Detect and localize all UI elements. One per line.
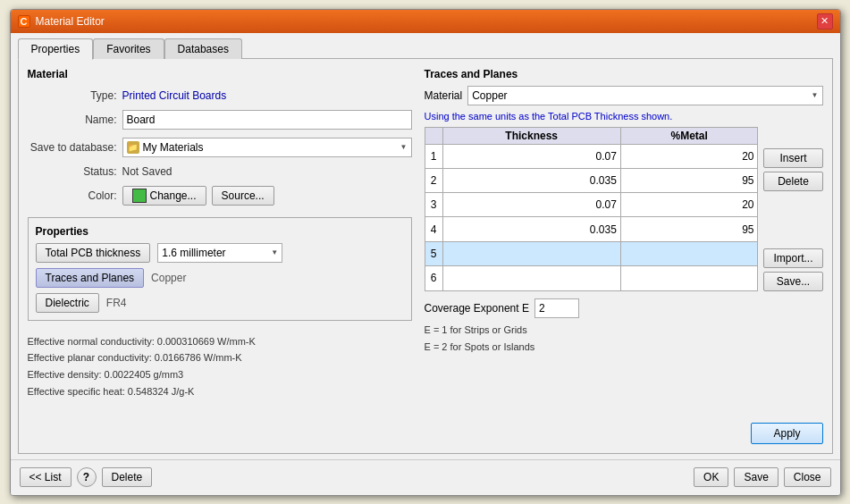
dielectric-value: FR4 bbox=[106, 297, 127, 309]
table-row[interactable]: 5 bbox=[425, 241, 758, 265]
delete-row-button[interactable]: Delete bbox=[763, 172, 822, 191]
stat-line2: Effective planar conductivity: 0.0166786… bbox=[28, 349, 412, 366]
right-panel: Traces and Planes Material Copper ▼ Usin… bbox=[425, 68, 823, 444]
tab-content: Material Type: Printed Circuit Boards Na… bbox=[18, 58, 833, 454]
status-value: Not Saved bbox=[122, 165, 412, 178]
bottom-right: OK Save Close bbox=[694, 467, 830, 487]
right-panel-inner: Traces and Planes Material Copper ▼ Usin… bbox=[425, 68, 823, 444]
material-arrow: ▼ bbox=[812, 91, 819, 99]
apply-area: Apply bbox=[425, 416, 823, 444]
type-row: Type: Printed Circuit Boards bbox=[28, 89, 412, 102]
row-metal[interactable]: 95 bbox=[620, 217, 758, 241]
traces-planes-value: Copper bbox=[151, 272, 186, 284]
formula-text: E = 1 for Strips or Grids E = 2 for Spot… bbox=[425, 322, 823, 357]
save-db-label: Save to database: bbox=[28, 141, 117, 154]
stat-line1: Effective normal conductivity: 0.0003106… bbox=[28, 333, 412, 350]
status-label: Status: bbox=[28, 165, 117, 178]
traces-table: Thickness %Metal 1 0.07 20 2 0.035 95 3 … bbox=[425, 127, 759, 291]
thickness-dropdown[interactable]: 1.6 millimeter ▼ bbox=[157, 243, 282, 263]
color-row: Color: Change... Source... bbox=[28, 186, 412, 206]
save-data-button[interactable]: Save... bbox=[763, 272, 822, 291]
close-button[interactable]: ✕ bbox=[817, 13, 833, 29]
type-label: Type: bbox=[28, 89, 117, 102]
table-row[interactable]: 2 0.035 95 bbox=[425, 168, 758, 192]
row-thickness[interactable] bbox=[442, 241, 620, 265]
table-row[interactable]: 1 0.07 20 bbox=[425, 144, 758, 168]
formula-line1: E = 1 for Strips or Grids bbox=[425, 322, 823, 340]
row-metal[interactable] bbox=[620, 266, 758, 290]
table-row[interactable]: 6 bbox=[425, 266, 758, 290]
stats-section: Effective normal conductivity: 0.0003106… bbox=[28, 333, 412, 400]
bottom-bar: << List ? Delete OK Save Close bbox=[11, 459, 840, 495]
row-metal[interactable]: 20 bbox=[620, 144, 758, 168]
total-pcb-thickness-button[interactable]: Total PCB thickness bbox=[36, 243, 151, 263]
main-content: Properties Favorites Databases Material … bbox=[11, 33, 840, 459]
row-num: 1 bbox=[425, 144, 442, 168]
tab-properties[interactable]: Properties bbox=[18, 38, 94, 60]
traces-planes-button[interactable]: Traces and Planes bbox=[36, 268, 145, 288]
name-input[interactable]: Board bbox=[122, 110, 412, 130]
list-button[interactable]: << List bbox=[20, 467, 72, 487]
stat-line4: Effective specific heat: 0.548324 J/g-K bbox=[28, 383, 412, 400]
tab-databases[interactable]: Databases bbox=[164, 38, 242, 59]
material-editor-window: C Material Editor ✕ Properties Favorites… bbox=[10, 9, 841, 496]
units-note: Using the same units as the Total PCB Th… bbox=[425, 111, 823, 122]
app-icon: C bbox=[18, 15, 30, 28]
row-thickness[interactable]: 0.035 bbox=[442, 168, 620, 192]
bottom-left: << List ? Delete bbox=[20, 467, 153, 487]
save-db-dropdown[interactable]: 📁 My Materials ▼ bbox=[122, 138, 412, 157]
tabs-bar: Properties Favorites Databases bbox=[18, 38, 833, 59]
coverage-row: Coverage Exponent E bbox=[425, 298, 823, 318]
source-button[interactable]: Source... bbox=[212, 186, 274, 206]
bottom-delete-button[interactable]: Delete bbox=[102, 467, 153, 487]
window-title: Material Editor bbox=[36, 15, 105, 28]
row-thickness[interactable]: 0.035 bbox=[442, 217, 620, 241]
row-metal[interactable]: 95 bbox=[620, 168, 758, 192]
formula-line2: E = 2 for Spots or Islands bbox=[425, 339, 823, 357]
import-button[interactable]: Import... bbox=[763, 248, 822, 268]
save-db-row: Save to database: 📁 My Materials ▼ bbox=[28, 138, 412, 157]
type-value: Printed Circuit Boards bbox=[122, 89, 412, 102]
thickness-arrow: ▼ bbox=[271, 248, 278, 256]
color-label: Color: bbox=[28, 189, 117, 202]
save-button[interactable]: Save bbox=[734, 467, 778, 487]
title-bar: C Material Editor ✕ bbox=[11, 10, 840, 33]
table-row[interactable]: 3 0.07 20 bbox=[425, 193, 758, 217]
material-value: Copper bbox=[472, 89, 507, 102]
side-buttons: Insert Delete Import... Save... bbox=[763, 148, 822, 291]
color-swatch bbox=[132, 189, 147, 203]
table-section: Thickness %Metal 1 0.07 20 2 0.035 95 3 … bbox=[425, 127, 823, 291]
row-metal[interactable]: 20 bbox=[620, 193, 758, 217]
close-dialog-button[interactable]: Close bbox=[784, 467, 831, 487]
material-dropdown[interactable]: Copper ▼ bbox=[467, 86, 822, 105]
row-num: 3 bbox=[425, 193, 442, 217]
change-color-button[interactable]: Change... bbox=[122, 186, 206, 206]
left-panel: Material Type: Printed Circuit Boards Na… bbox=[28, 68, 412, 444]
apply-button[interactable]: Apply bbox=[751, 423, 822, 444]
col-header-metal: %Metal bbox=[620, 127, 758, 144]
thickness-value: 1.6 millimeter bbox=[162, 247, 225, 259]
title-bar-left: C Material Editor bbox=[18, 15, 105, 28]
row-num: 5 bbox=[425, 241, 442, 265]
help-button[interactable]: ? bbox=[77, 467, 97, 487]
stat-line3: Effective density: 0.0022405 g/mm3 bbox=[28, 366, 412, 383]
material-row: Material Copper ▼ bbox=[425, 86, 823, 105]
col-header-num bbox=[425, 127, 442, 144]
name-label: Name: bbox=[28, 113, 117, 126]
row-thickness[interactable]: 0.07 bbox=[442, 144, 620, 168]
material-label: Material bbox=[425, 89, 463, 102]
coverage-input[interactable] bbox=[534, 298, 579, 318]
coverage-label: Coverage Exponent E bbox=[425, 302, 529, 315]
row-num: 4 bbox=[425, 217, 442, 241]
tab-favorites[interactable]: Favorites bbox=[93, 38, 164, 59]
ok-button[interactable]: OK bbox=[694, 467, 728, 487]
save-db-value: 📁 My Materials bbox=[127, 140, 204, 154]
table-row[interactable]: 4 0.035 95 bbox=[425, 217, 758, 241]
dielectric-button[interactable]: Dielectric bbox=[36, 293, 99, 313]
insert-button[interactable]: Insert bbox=[763, 148, 822, 168]
save-db-arrow: ▼ bbox=[400, 143, 408, 151]
traces-section-label: Traces and Planes bbox=[425, 68, 823, 80]
row-thickness[interactable]: 0.07 bbox=[442, 193, 620, 217]
row-metal[interactable] bbox=[620, 241, 758, 265]
row-thickness[interactable] bbox=[442, 266, 620, 290]
